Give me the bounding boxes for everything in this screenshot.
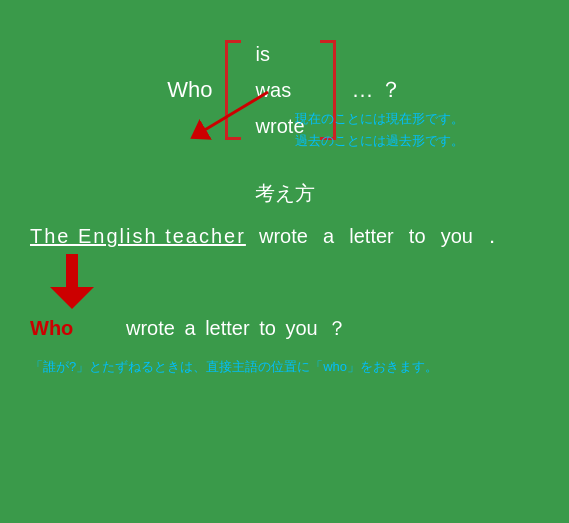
svg-line-1 bbox=[198, 92, 268, 134]
ans-question: ？ bbox=[322, 315, 348, 342]
thinking-section: 考え方 bbox=[20, 180, 549, 207]
bracket-item-is: is bbox=[256, 38, 270, 70]
answer-sentence: Who wrote a letter to you ？ bbox=[20, 315, 549, 342]
note-line1: 現在のことには現在形です。 bbox=[295, 111, 464, 126]
svg-rect-2 bbox=[66, 254, 78, 289]
main-container: Who is was wrote … ？ 現在のことには現在形です。 過去のこと… bbox=[0, 0, 569, 523]
diagonal-arrow-svg bbox=[168, 82, 288, 142]
sent-word-letter: letter bbox=[338, 225, 394, 248]
sent-word-period: ． bbox=[477, 223, 503, 250]
original-sentence-section: The English teacher wrote a letter to yo… bbox=[20, 223, 549, 250]
ellipsis-question: … ？ bbox=[352, 75, 402, 105]
ans-a: a bbox=[179, 317, 196, 340]
down-arrow-container bbox=[50, 254, 549, 309]
sent-word-wrote: wrote bbox=[248, 225, 308, 248]
ans-to: to bbox=[254, 317, 276, 340]
sent-word-a: a bbox=[312, 225, 334, 248]
bottom-note: 「誰が?」とたずねるときは、直接主語の位置に「who」をおきます。 bbox=[20, 358, 549, 376]
ans-letter: letter bbox=[200, 317, 250, 340]
down-arrow-icon bbox=[50, 254, 94, 309]
note-line2: 過去のことには過去形です。 bbox=[295, 133, 464, 148]
ans-wrote: wrote bbox=[126, 317, 175, 340]
original-sentence: The English teacher wrote a letter to yo… bbox=[30, 223, 539, 250]
note-text: 現在のことには現在形です。 過去のことには過去形です。 bbox=[295, 108, 464, 152]
sent-word-to: to bbox=[398, 225, 426, 248]
sent-word-you: you bbox=[430, 225, 473, 248]
underlined-subject: The English teacher bbox=[30, 225, 246, 248]
svg-marker-3 bbox=[50, 287, 94, 309]
ans-you: you bbox=[280, 317, 318, 340]
who-answer: Who bbox=[30, 317, 120, 340]
thinking-label: 考え方 bbox=[255, 182, 315, 204]
